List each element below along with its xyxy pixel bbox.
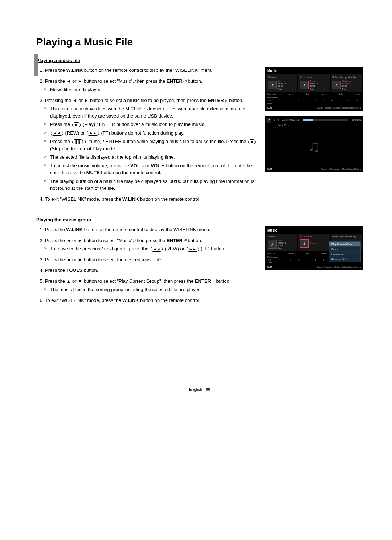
s2-step4: Press the TOOLS button. bbox=[45, 267, 258, 274]
shuffle-icon: ↻ bbox=[278, 119, 280, 122]
track-counter: 7/14 bbox=[282, 119, 287, 121]
page-footer: English - 66 bbox=[36, 387, 363, 392]
fig2-hints: Pause ◄ Previous ► Next Option Return bbox=[321, 168, 361, 170]
s1-step3-note4: Press the ❚❚ (Pause) / ENTER button whil… bbox=[45, 138, 258, 152]
s2-step5: Press the ▲ or ▼ button to select "Play … bbox=[45, 278, 258, 293]
fig1-col1: I Love You bbox=[299, 75, 328, 79]
enter-icon: ⏎ bbox=[212, 278, 215, 285]
progress-bar bbox=[303, 119, 348, 121]
s2-step5-note1: The music files in the sorting group inc… bbox=[45, 286, 258, 293]
s1-step3-note5: The selected file is displayed at the to… bbox=[45, 154, 258, 161]
music-note-icon: ♪ bbox=[300, 239, 309, 248]
s2-step2: Press the ◄ or ► button to select "Music… bbox=[45, 237, 258, 253]
s2-step6: To exit "WISELINK" mode, press the W.LIN… bbox=[45, 297, 258, 304]
enter-icon: ⏎ bbox=[183, 78, 187, 85]
s1-step3-note2: Press the ► (Play) / ENTER button over a… bbox=[45, 121, 258, 128]
fig3-title: Music bbox=[267, 228, 361, 232]
ctx-delete: Delete bbox=[329, 247, 360, 252]
s1-step2: Press the ◄ or ► button to select "Music… bbox=[45, 78, 258, 93]
fig1-col2: Better than yesterday bbox=[331, 75, 361, 79]
fig1-sum: SUM bbox=[267, 107, 272, 109]
repeat-icon: ⟳ bbox=[266, 118, 271, 123]
fig3-sum: SUM bbox=[267, 266, 272, 268]
s1-step3-note7: The playing duration of a music file may… bbox=[45, 178, 258, 192]
s1-step1: Press the W.LINK button on the remote co… bbox=[45, 67, 258, 74]
play-indicator-icon: ▶ bbox=[274, 119, 275, 122]
s2-step3: Press the ◄ or ► button to select the de… bbox=[45, 256, 258, 263]
music-note-icon: ♪ bbox=[332, 81, 341, 89]
elapsed-time: 00:01:15 bbox=[289, 119, 299, 121]
figure-music-list: Music Thanks ♪ JeeAlbum 12005Pop I Love … bbox=[265, 67, 363, 111]
rew-icon: ◄◄ bbox=[51, 131, 63, 136]
ff-icon: ►► bbox=[87, 131, 99, 136]
total-time: 00:05:41 bbox=[352, 119, 362, 121]
fig1-title: Music bbox=[267, 69, 361, 73]
s1-step3: Pressing the ◄ or ► button to select a m… bbox=[45, 97, 258, 192]
play-icon: ► bbox=[72, 122, 81, 127]
music-note-icon: ♪ bbox=[300, 81, 309, 89]
s1-step3-note6: To adjust the music volume, press the VO… bbox=[45, 162, 258, 176]
pause-icon: ❚❚ bbox=[72, 139, 83, 144]
fig2-sum: SUM bbox=[267, 168, 272, 170]
album-art-placeholder-icon: ♫ bbox=[308, 136, 320, 156]
now-playing-title: I Love You bbox=[277, 124, 362, 127]
s1-step4: To exit "WISELINK" mode, press the W.LIN… bbox=[45, 196, 258, 203]
music-note-icon: ♪ bbox=[268, 81, 277, 89]
ctx-play-current-group: Play Current Group bbox=[329, 242, 360, 247]
fig1-hints: Device Favourites Setting Select Jump Op… bbox=[317, 107, 361, 109]
page-title: Playing a Music File bbox=[36, 36, 363, 50]
s1-step3-note1: This menu only shows files with the MP3 … bbox=[45, 105, 258, 119]
figure-music-player: ⟳ ▶ ↻ 7/14 00:01:15 00:05:41 I Love You … bbox=[265, 116, 363, 172]
stop-icon: ■ bbox=[248, 139, 256, 144]
music-note-icon: ♪ bbox=[268, 240, 277, 249]
s2-step2-note1: To move to the previous / next group, pr… bbox=[45, 245, 258, 253]
s2-step1: Press the W.LINK button on the remote co… bbox=[45, 226, 258, 233]
ctx-remove-safely: Remove Safely bbox=[329, 257, 360, 262]
s1-step3-note3: ◄◄ (REW) or ►► (FF) buttons do not funct… bbox=[45, 130, 258, 137]
section1-heading: Playing a music file bbox=[36, 58, 363, 63]
rew-icon: ◄◄ bbox=[151, 247, 163, 252]
fig3-hints: Device Favourites Setting Select Jump Op… bbox=[317, 266, 361, 268]
ff-icon: ►► bbox=[187, 247, 199, 252]
context-menu: Play Current Group Delete Information Re… bbox=[329, 241, 361, 262]
enter-icon: ⏎ bbox=[183, 238, 187, 244]
ctx-information: Information bbox=[329, 252, 360, 257]
section-marker bbox=[34, 54, 38, 76]
section2-heading: Playing the music group bbox=[36, 217, 363, 222]
fig1-col0: Thanks bbox=[267, 75, 297, 79]
enter-icon: ⏎ bbox=[225, 98, 228, 104]
s1-step2-note1: Music files are displayed. bbox=[45, 86, 258, 93]
